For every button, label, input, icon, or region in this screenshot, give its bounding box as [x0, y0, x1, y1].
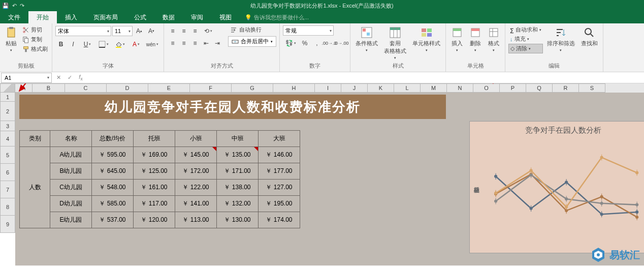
- tab-view[interactable]: 视图: [211, 11, 240, 23]
- data-cell[interactable]: ￥ 585.00: [92, 196, 134, 212]
- align-middle-button[interactable]: ≡: [178, 25, 189, 37]
- data-cell[interactable]: A幼儿园: [50, 147, 92, 163]
- col-header-M[interactable]: M: [421, 83, 447, 93]
- font-name-combo[interactable]: 宋体: [55, 26, 111, 36]
- col-header-N[interactable]: N: [447, 83, 473, 93]
- col-header-F[interactable]: F: [190, 83, 232, 93]
- col-header-H[interactable]: H: [273, 83, 315, 93]
- tab-home[interactable]: 开始: [28, 11, 57, 23]
- col-header-J[interactable]: J: [341, 83, 368, 93]
- data-cell[interactable]: ￥ 537.00: [92, 212, 134, 228]
- bold-button[interactable]: B: [55, 39, 67, 50]
- data-cell[interactable]: ￥ 171.00: [217, 163, 259, 180]
- data-cell[interactable]: ￥ 117.00: [134, 196, 175, 212]
- col-header-G[interactable]: G: [232, 83, 273, 93]
- find-select-button[interactable]: 查找和: [579, 25, 600, 48]
- col-header-O[interactable]: O: [473, 83, 500, 93]
- col-header-I[interactable]: I: [315, 83, 341, 93]
- table-format-button[interactable]: 套用 表格格式▾: [382, 25, 408, 61]
- tab-formula[interactable]: 公式: [126, 11, 154, 23]
- data-cell[interactable]: ￥ 195.00: [259, 196, 300, 212]
- conditional-format-button[interactable]: 条件格式▾: [353, 25, 380, 53]
- fill-color-button[interactable]: [112, 39, 127, 50]
- data-cell[interactable]: C幼儿园: [50, 180, 92, 196]
- accounting-format-button[interactable]: 💱: [283, 38, 298, 49]
- col-header-E[interactable]: E: [148, 83, 190, 93]
- data-cell[interactable]: ￥ 177.00: [259, 163, 300, 180]
- select-all-corner[interactable]: [0, 83, 15, 93]
- data-cell[interactable]: ￥ 161.00: [134, 180, 175, 196]
- sort-filter-button[interactable]: 排序和筛选▾: [545, 25, 577, 53]
- cancel-fx-button[interactable]: ✕: [53, 74, 64, 81]
- data-cell[interactable]: ￥ 172.00: [175, 163, 217, 180]
- data-cell[interactable]: ￥ 174.00: [259, 212, 300, 228]
- align-right-button[interactable]: ≡: [189, 38, 201, 49]
- copy-button[interactable]: 复制: [21, 35, 49, 44]
- font-size-combo[interactable]: 11: [112, 26, 133, 36]
- data-cell[interactable]: ￥ 146.00: [259, 147, 300, 163]
- col-header-S[interactable]: S: [579, 83, 605, 93]
- row-header-8[interactable]: 8: [0, 198, 15, 216]
- paste-button[interactable]: 粘贴▾: [3, 25, 19, 53]
- row-header-2[interactable]: 2: [0, 102, 15, 121]
- data-cell[interactable]: ￥ 548.00: [92, 180, 134, 196]
- align-left-button[interactable]: ≡: [167, 38, 178, 49]
- grow-font-button[interactable]: A▴: [134, 25, 145, 37]
- data-cell[interactable]: ￥ 169.00: [134, 147, 175, 163]
- formula-input[interactable]: [86, 73, 644, 83]
- data-cell[interactable]: ￥ 113.00: [175, 212, 217, 228]
- row-header-3[interactable]: 3: [0, 121, 15, 131]
- data-cell[interactable]: ￥ 132.00: [217, 196, 259, 212]
- format-cells-button[interactable]: 格式▾: [486, 25, 502, 53]
- col-header-L[interactable]: L: [394, 83, 421, 93]
- data-cell[interactable]: ￥ 138.00: [217, 180, 259, 196]
- data-cell[interactable]: ￥ 127.00: [259, 180, 300, 196]
- data-cell[interactable]: ￥ 130.00: [217, 212, 259, 228]
- wrap-text-button[interactable]: 自动换行: [228, 25, 276, 34]
- tab-data[interactable]: 数据: [154, 11, 183, 23]
- data-cell[interactable]: ￥ 645.00: [92, 163, 134, 180]
- border-button[interactable]: [96, 39, 111, 50]
- data-cell[interactable]: E幼儿园: [50, 212, 92, 228]
- tab-layout[interactable]: 页面布局: [85, 11, 126, 23]
- insert-cells-button[interactable]: 插入▾: [449, 25, 465, 53]
- italic-button[interactable]: I: [68, 39, 79, 50]
- col-header-Q[interactable]: Q: [526, 83, 553, 93]
- row-header-1[interactable]: 1: [0, 93, 15, 102]
- data-cell[interactable]: ￥ 135.00: [217, 147, 259, 163]
- percent-button[interactable]: %: [299, 38, 310, 49]
- decrease-decimal-button[interactable]: .0→.00: [336, 38, 347, 49]
- cell-styles-button[interactable]: 单元格样式▾: [410, 25, 442, 53]
- tell-me[interactable]: 💡告诉我您想要做什么...: [245, 11, 309, 23]
- align-top-button[interactable]: ≡: [167, 25, 178, 37]
- redo-icon[interactable]: ↷: [20, 3, 24, 9]
- phonetic-button[interactable]: wén: [145, 39, 160, 50]
- data-cell[interactable]: ￥ 595.00: [92, 147, 134, 163]
- delete-cells-button[interactable]: 删除▾: [467, 25, 484, 53]
- fill-button[interactable]: ↓填充▾: [508, 35, 543, 43]
- grid-body[interactable]: 幼儿园竞争对手在园人数和收费标准分析 类别名称总数/均价托班小班中班大班人数A幼…: [15, 93, 644, 265]
- clear-button[interactable]: ◇清除▾: [508, 44, 543, 53]
- number-format-combo[interactable]: 常规: [283, 25, 334, 36]
- data-cell[interactable]: B幼儿园: [50, 163, 92, 180]
- indent-increase-button[interactable]: ⇥: [212, 38, 223, 49]
- col-header-P[interactable]: P: [500, 83, 526, 93]
- col-header-A[interactable]: A: [15, 83, 33, 93]
- row-header-5[interactable]: 5: [0, 146, 15, 164]
- cut-button[interactable]: 剪切: [21, 25, 49, 34]
- row-header-4[interactable]: 4: [0, 131, 15, 146]
- col-header-K[interactable]: K: [368, 83, 394, 93]
- col-header-D[interactable]: D: [107, 83, 148, 93]
- tab-file[interactable]: 文件: [0, 11, 28, 23]
- underline-button[interactable]: U: [80, 39, 95, 50]
- format-painter-button[interactable]: 格式刷: [21, 45, 49, 53]
- chart[interactable]: 竞争对手在园人数分析 坐标轴标题: [469, 121, 644, 253]
- align-center-button[interactable]: ≡: [178, 38, 189, 49]
- increase-decimal-button[interactable]: .00→.0: [324, 38, 335, 49]
- comma-button[interactable]: ,: [311, 38, 323, 49]
- font-color-button[interactable]: A: [128, 39, 144, 50]
- row-header-7[interactable]: 7: [0, 181, 15, 198]
- shrink-font-button[interactable]: A▾: [146, 25, 157, 37]
- orientation-button[interactable]: ⟲: [201, 25, 216, 37]
- indent-decrease-button[interactable]: ⇤: [201, 38, 212, 49]
